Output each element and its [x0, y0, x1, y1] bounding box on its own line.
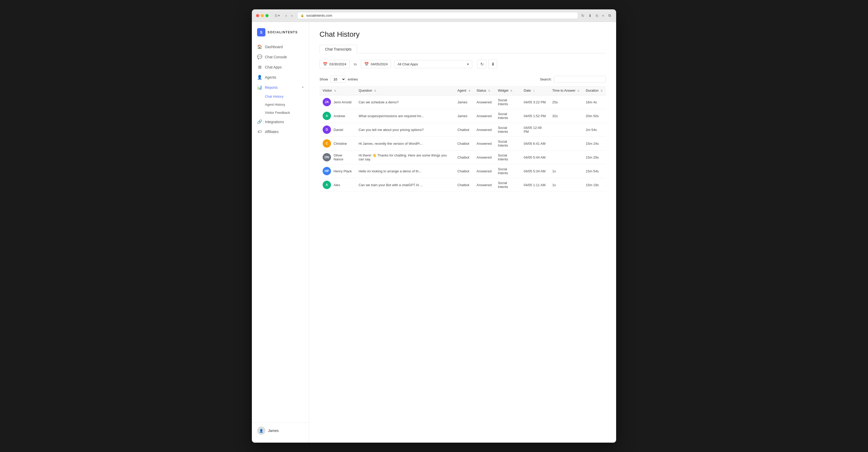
- date-separator: to: [353, 62, 358, 66]
- col-time-to-answer[interactable]: Time to Answer ⇅: [549, 86, 583, 95]
- sidebar-item-chat-history[interactable]: Chat History: [252, 92, 309, 100]
- date-to-input[interactable]: 📅 04/05/2024: [361, 60, 391, 68]
- table-row[interactable]: A Andrew What scopes/permissions are req…: [319, 109, 606, 123]
- browser-window: ⊡ ▾ ‹ › 🔒 socialintents.com ↻ ⬇ ⎗ + ⧉ S …: [252, 9, 616, 443]
- table-row[interactable]: D Daniel Can you tell me about your pric…: [319, 123, 606, 137]
- visitor-avatar-1: A: [323, 112, 331, 120]
- maximize-button[interactable]: [266, 14, 269, 17]
- col-visitor[interactable]: Visitor ⇅: [319, 86, 355, 95]
- col-widget[interactable]: Widget ⇅: [495, 86, 520, 95]
- cell-question-0: Can we schedule a demo?: [355, 95, 454, 109]
- status-badge-1: Answered: [477, 114, 492, 118]
- search-box: Search:: [540, 76, 606, 83]
- col-duration[interactable]: Duration ⇅: [583, 86, 606, 95]
- back-button[interactable]: ‹: [284, 13, 288, 19]
- date-from-input[interactable]: 📅 03/30/2024: [319, 60, 350, 68]
- refresh-button[interactable]: ↻: [477, 60, 486, 68]
- reload-button[interactable]: ↻: [581, 13, 584, 18]
- chat-apps-label: All Chat Apps: [398, 62, 418, 66]
- share-button[interactable]: ⎗: [595, 13, 599, 18]
- sidebar-item-chat-apps[interactable]: ⊞ Chat Apps: [252, 62, 309, 72]
- main-content: Chat History Chat Transcripts 📅 03/30/20…: [309, 22, 616, 443]
- sidebar-item-chat-console[interactable]: 💬 Chat Console: [252, 52, 309, 62]
- sidebar-item-dashboard[interactable]: 🏠 Dashboard: [252, 42, 309, 52]
- chat-apps-chevron-icon: ▾: [467, 62, 469, 66]
- cell-agent-2: Chatbot: [454, 123, 473, 137]
- sidebar-item-reports[interactable]: 📊 Reports ▾: [252, 82, 309, 92]
- table-row[interactable]: ON Oliver Nance Hi there! 👋 Thanks for c…: [319, 150, 606, 164]
- visitor-name-1: Andrew: [334, 114, 345, 118]
- col-status[interactable]: Status ⇅: [473, 86, 495, 95]
- table-row[interactable]: A Alex Can we train your Bot with a chat…: [319, 178, 606, 192]
- cell-widget-6: Social Intents: [495, 178, 520, 192]
- table-row[interactable]: HP Henry Plack Hello im looking to arran…: [319, 164, 606, 178]
- cell-status-6: Answered: [473, 178, 495, 192]
- entries-select[interactable]: 10 25 50 100: [330, 76, 346, 83]
- agents-icon: 👤: [257, 75, 262, 80]
- sidebar-item-affiliates[interactable]: 🏷 Affiliates: [252, 127, 309, 137]
- show-label: Show: [319, 77, 328, 81]
- visitor-avatar-2: D: [323, 125, 331, 134]
- visitor-name-0: Jenn Arnold: [334, 100, 351, 104]
- col-date[interactable]: Date ⇩: [521, 86, 549, 95]
- filters-row: 📅 03/30/2024 to 📅 04/05/2024 All Chat Ap…: [319, 60, 606, 68]
- cell-status-0: Answered: [473, 95, 495, 109]
- table-row[interactable]: JA Jenn Arnold Can we schedule a demo? J…: [319, 95, 606, 109]
- duration-sort-icon: ⇅: [600, 89, 602, 92]
- integrations-icon: 🔗: [257, 119, 262, 124]
- visitor-avatar-6: A: [323, 181, 331, 189]
- export-download-button[interactable]: ⬇: [488, 60, 497, 68]
- cell-date-3: 04/05 6:41 AM: [521, 137, 549, 150]
- tab-chat-transcripts[interactable]: Chat Transcripts: [319, 45, 357, 53]
- table-body: JA Jenn Arnold Can we schedule a demo? J…: [319, 95, 606, 192]
- sidebar-item-integrations-label: Integrations: [265, 120, 284, 124]
- cell-duration-3: 15m 24s: [583, 137, 606, 150]
- status-badge-0: Answered: [477, 100, 492, 105]
- sidebar: S SOCIALINTENTS 🏠 Dashboard 💬 Chat Conso…: [252, 22, 309, 443]
- chat-apps-dropdown[interactable]: All Chat Apps ▾: [394, 60, 472, 68]
- sidebar-item-visitor-feedback[interactable]: Visitor Feedback: [252, 109, 309, 117]
- cell-date-1: 04/05 1:52 PM: [521, 109, 549, 123]
- col-agent[interactable]: Agent ⇅: [454, 86, 473, 95]
- cell-agent-4: Chatbot: [454, 150, 473, 164]
- cell-status-1: Answered: [473, 109, 495, 123]
- table-row[interactable]: C Christine Hi James, recently the versi…: [319, 137, 606, 150]
- status-badge-6: Answered: [477, 182, 492, 187]
- sidebar-item-chat-apps-label: Chat Apps: [265, 65, 282, 69]
- sidebar-item-chat-console-label: Chat Console: [265, 55, 287, 59]
- show-entries: Show 10 25 50 100 entries: [319, 76, 358, 83]
- cell-duration-0: 16m 4s: [583, 95, 606, 109]
- col-question[interactable]: Question ⇅: [355, 86, 454, 95]
- address-bar[interactable]: 🔒 socialintents.com: [297, 12, 578, 19]
- new-tab-button[interactable]: +: [601, 13, 605, 18]
- cell-question-6: Can we train your Bot with a chatGPT AI …: [355, 178, 454, 192]
- minimize-button[interactable]: [261, 14, 264, 17]
- time-to-answer-sort-icon: ⇅: [577, 89, 580, 92]
- cell-status-4: Answered: [473, 150, 495, 164]
- cell-status-5: Answered: [473, 164, 495, 178]
- entries-label: entries: [348, 77, 358, 81]
- chat-history-table: Visitor ⇅ Question ⇅ Agent ⇅ Status: [319, 86, 606, 192]
- tabs: Chat Transcripts: [319, 45, 606, 53]
- visitor-avatar-3: C: [323, 139, 331, 148]
- visitor-name-6: Alex: [334, 183, 340, 187]
- sidebar-item-agents[interactable]: 👤 Agents: [252, 72, 309, 82]
- cell-agent-3: Chatbot: [454, 137, 473, 150]
- sidebar-item-agent-history[interactable]: Agent History: [252, 100, 309, 109]
- cell-widget-1: Social Intents: [495, 109, 520, 123]
- fullscreen-button[interactable]: ⧉: [607, 13, 612, 18]
- visitor-name-2: Daniel: [334, 128, 343, 132]
- close-button[interactable]: [256, 14, 259, 17]
- sidebar-toggle-button[interactable]: ⊡ ▾: [274, 13, 281, 18]
- sidebar-user[interactable]: 👤 James: [252, 423, 309, 439]
- chat-console-icon: 💬: [257, 54, 262, 59]
- question-sort-icon: ⇅: [374, 89, 376, 92]
- cell-widget-2: Social Intents: [495, 123, 520, 137]
- cell-date-0: 04/05 3:22 PM: [521, 95, 549, 109]
- cell-question-3: Hi James, recently the version of WordPr…: [355, 137, 454, 150]
- sidebar-item-affiliates-label: Affiliates: [265, 130, 279, 134]
- forward-button[interactable]: ›: [289, 13, 294, 19]
- search-input[interactable]: [554, 76, 606, 83]
- sidebar-item-integrations[interactable]: 🔗 Integrations: [252, 117, 309, 127]
- download-button[interactable]: ⬇: [588, 13, 593, 18]
